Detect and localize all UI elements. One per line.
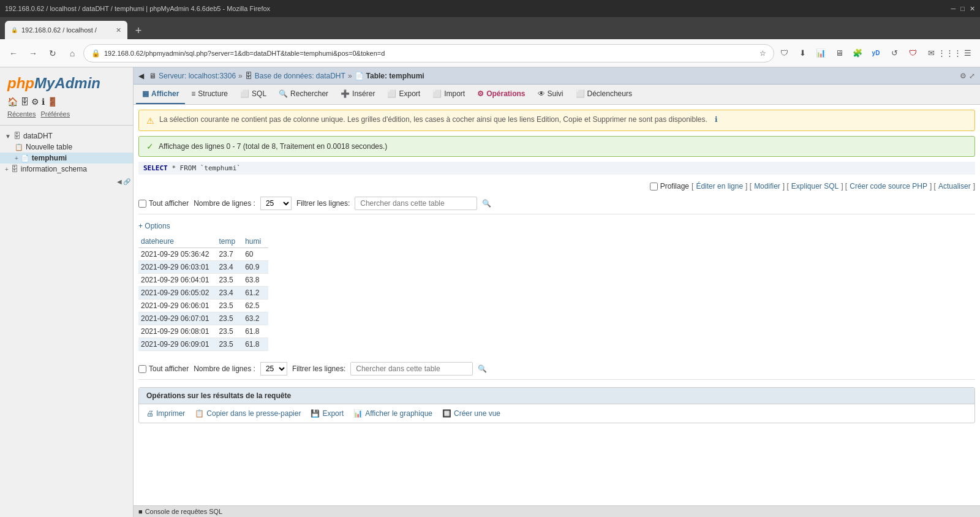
preferees-link[interactable]: Préférées <box>40 110 70 118</box>
security-icon[interactable]: 🛡 <box>905 46 920 61</box>
bookmark-icon[interactable]: ☆ <box>760 49 766 58</box>
filter-search-icon-bottom[interactable]: 🔍 <box>478 364 487 373</box>
exit-sidebar-icon[interactable]: 🚪 <box>47 97 58 107</box>
show-all-label-bottom[interactable]: Tout afficher <box>138 364 189 373</box>
copier-link[interactable]: 📋 Copier dans le presse-papier <box>195 409 301 418</box>
mail-icon[interactable]: ✉ <box>924 46 938 61</box>
browser-tab[interactable]: 🔒 192.168.0.62 / localhost / ✕ <box>5 21 127 39</box>
console-bar[interactable]: ■ Console de requêtes SQL <box>134 505 980 517</box>
tab-close-button[interactable]: ✕ <box>116 26 121 34</box>
server-link[interactable]: Serveur: localhost:3306 <box>159 72 236 80</box>
cell-3-0: 2021-09-29 06:05:02 <box>138 287 216 300</box>
shield-icon[interactable]: 🛡 <box>777 46 791 61</box>
expand-icon-2: + <box>5 166 9 173</box>
filter-input[interactable] <box>355 197 477 210</box>
tab-sql-label: SQL <box>252 89 266 98</box>
show-all-label[interactable]: Tout afficher <box>138 199 189 208</box>
graphique-link[interactable]: 📊 Afficher le graphique <box>353 409 432 418</box>
creer-vue-link[interactable]: 🔲 Créer une vue <box>442 409 500 418</box>
operations-box: Opérations sur les résultats de la requê… <box>138 387 975 423</box>
new-table-icon: 📋 <box>15 143 23 151</box>
cell-0-1: 23.7 <box>216 248 243 261</box>
forward-button[interactable]: → <box>24 45 42 62</box>
expand-bc-icon[interactable]: ⤢ <box>969 72 975 80</box>
export-icon: 💾 <box>311 409 320 418</box>
cell-1-0: 2021-09-29 06:03:01 <box>138 261 216 274</box>
options-link[interactable]: + Options <box>138 219 170 235</box>
back-button[interactable]: ← <box>5 45 22 62</box>
monitor-icon[interactable]: 🖥 <box>832 46 846 61</box>
imprimer-link[interactable]: 🖨 Imprimer <box>146 409 185 418</box>
show-all-checkbox[interactable] <box>138 200 146 208</box>
export-link[interactable]: 💾 Export <box>311 409 344 418</box>
toolbar-bottom: Tout afficher Nombre de lignes : 25 Filt… <box>138 358 975 380</box>
collapse-sidebar-btn[interactable]: ◀ <box>138 72 144 80</box>
info-sidebar-icon[interactable]: ℹ <box>42 97 45 107</box>
table-item-nouvelle[interactable]: 📋 Nouvelle table <box>0 142 133 153</box>
col-dateheure[interactable]: dateheure <box>138 235 216 248</box>
show-all-checkbox-bottom[interactable] <box>138 365 146 373</box>
cell-4-0: 2021-09-29 06:06:01 <box>138 300 216 312</box>
link-icon[interactable]: 🔗 <box>123 178 130 185</box>
tab-rechercher[interactable]: 🔍 Rechercher <box>273 85 334 104</box>
database-item-datadht[interactable]: ▼ 🗄 dataDHT <box>0 130 133 142</box>
lines-select-bottom[interactable]: 25 <box>260 362 287 375</box>
cell-1-1: 23.4 <box>216 261 243 274</box>
col-temp[interactable]: temp <box>216 235 243 248</box>
apps-icon[interactable]: ⋮⋮⋮ <box>942 46 957 61</box>
extension-icon[interactable]: 🧩 <box>850 46 865 61</box>
filter-input-bottom[interactable] <box>350 362 473 375</box>
modifier-link[interactable]: Modifier <box>754 182 780 191</box>
db-link[interactable]: Base de données: dataDHT <box>255 72 345 80</box>
maximize-icon[interactable]: □ <box>960 5 965 13</box>
tab-structure[interactable]: ≡ Structure <box>185 85 234 104</box>
tab-inserer[interactable]: ➕ Insérer <box>334 85 381 104</box>
minimize-icon[interactable]: ─ <box>951 5 956 13</box>
settings-bc-icon[interactable]: ⚙ <box>960 72 967 80</box>
tab-sql-icon: ⬜ <box>240 89 249 98</box>
home-button[interactable]: ⌂ <box>64 45 81 62</box>
stats-icon[interactable]: 📊 <box>813 46 828 61</box>
table-item-temphumi[interactable]: + 📄 temphumi <box>0 153 133 164</box>
close-icon[interactable]: ✕ <box>970 5 975 13</box>
tab-operations[interactable]: ⚙ Opérations <box>471 85 531 104</box>
col-humi[interactable]: humi <box>243 235 268 248</box>
pma-logo-text: phpMyAdmin <box>7 75 126 92</box>
tab-import[interactable]: ⬜ Import <box>426 85 471 104</box>
main-content: ◀ 🖥 Serveur: localhost:3306 » 🗄 Base de … <box>134 67 980 517</box>
editer-en-ligne-link[interactable]: Éditer en ligne <box>696 182 743 191</box>
new-tab-button[interactable]: + <box>130 22 147 39</box>
profilage-checkbox[interactable] <box>650 183 658 191</box>
yd-icon[interactable]: yD <box>869 46 883 61</box>
address-bar[interactable]: 🔒 192.168.0.62/phpmyadmin/sql.php?server… <box>83 44 774 62</box>
tab-suivi[interactable]: 👁 Suivi <box>532 85 570 104</box>
database-item-infoschema[interactable]: + 🗄 information_schema <box>0 164 133 175</box>
settings-sidebar-icon[interactable]: ⚙ <box>31 97 39 107</box>
actualiser-link[interactable]: Actualiser <box>938 182 971 191</box>
db-sidebar-icon[interactable]: 🗄 <box>20 97 29 107</box>
home-sidebar-icon[interactable]: 🏠 <box>7 97 18 107</box>
table-row: 2021-09-29 06:08:0123.561.8 <box>138 325 268 338</box>
sidebar-toolbar: 🏠 🗄 ⚙ ℹ 🚪 <box>0 94 133 109</box>
menu-icon[interactable]: ☰ <box>960 46 975 61</box>
creer-code-link[interactable]: Créer code source PHP <box>850 182 927 191</box>
tab-export[interactable]: ⬜ Export <box>381 85 426 104</box>
filter-search-icon[interactable]: 🔍 <box>482 199 491 208</box>
lines-select[interactable]: 25 50 100 <box>260 197 292 210</box>
expliquer-sql-link[interactable]: Expliquer SQL <box>791 182 839 191</box>
info-icon[interactable]: ℹ <box>715 115 718 124</box>
cell-2-2: 63.8 <box>243 274 268 287</box>
download-icon[interactable]: ⬇ <box>795 46 810 61</box>
tab-sql[interactable]: ⬜ SQL <box>234 85 273 104</box>
reload-button[interactable]: ↻ <box>44 45 61 62</box>
show-all-text-bottom: Tout afficher <box>149 364 189 373</box>
table-row: 2021-09-29 05:36:4223.760 <box>138 248 268 261</box>
tab-afficher[interactable]: ▦ Afficher <box>136 85 185 104</box>
sidebar-collapse: ◀ 🔗 <box>0 177 133 186</box>
tab-operations-label: Opérations <box>486 89 525 98</box>
collapse-btn[interactable]: ◀ <box>117 178 122 185</box>
refresh-icon[interactable]: ↺ <box>887 46 902 61</box>
tab-declencheurs[interactable]: ⬜ Déclencheurs <box>570 85 638 104</box>
recentes-link[interactable]: Récentes <box>7 110 36 118</box>
table-row: 2021-09-29 06:04:0123.563.8 <box>138 274 268 287</box>
